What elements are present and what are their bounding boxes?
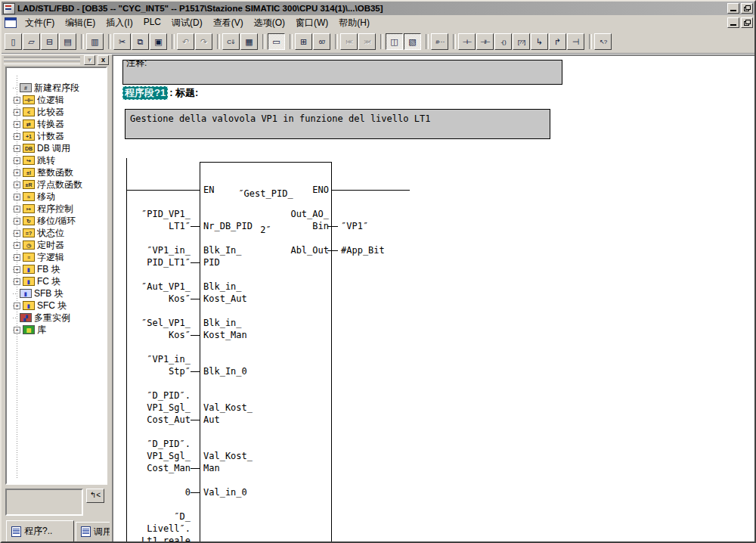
expand-icon[interactable]: + [14, 230, 20, 237]
tab-program-elements[interactable]: 程序?.. [6, 520, 74, 542]
output-operand[interactable]: ″VP1″ [341, 220, 368, 232]
menu-view[interactable]: 查看(V) [208, 15, 249, 31]
menu-options[interactable]: 选项(O) [249, 15, 290, 31]
expand-icon[interactable]: + [14, 109, 20, 116]
input-operand[interactable]: ″VP1_in_PID_LT1″ [147, 244, 191, 268]
close-branch-button[interactable]: ↱ [549, 33, 566, 50]
tree-item-sfb-blocks[interactable]: ▮SFB 块 [7, 287, 106, 299]
overview-toggle-button[interactable]: ◫ [386, 33, 403, 50]
output-param-name[interactable]: Abl_Out [230, 244, 329, 256]
child-window-icon[interactable] [5, 17, 17, 28]
pane-collapse-button[interactable]: ↰< [86, 489, 104, 503]
input-param-name[interactable]: Val_Kost_Man [203, 450, 253, 474]
expand-icon[interactable]: + [14, 303, 20, 309]
tree-item-integer-functions[interactable]: +±I整数函数 [7, 166, 106, 178]
expand-icon[interactable]: + [14, 218, 20, 225]
expand-icon[interactable]: + [14, 97, 20, 104]
expand-icon[interactable]: + [14, 194, 20, 200]
open-button[interactable]: ▱ [23, 33, 40, 50]
input-operand[interactable]: 0 [185, 486, 191, 498]
minimize-button[interactable] [727, 3, 739, 14]
download-button[interactable]: C⇓ [222, 33, 240, 50]
tree-item-sfc-blocks[interactable]: +▮SFC 块 [7, 299, 106, 312]
monitor-blocks-button[interactable]: ▦ [240, 33, 258, 50]
tree-item-comparator[interactable]: +<比较器 [7, 106, 106, 118]
contact-no-button[interactable]: ⊣⊢ [458, 33, 476, 50]
cut-button[interactable]: ✂ [113, 33, 131, 50]
output-operand[interactable]: #App_Bit [341, 244, 385, 256]
tree-item-shift-rotate[interactable]: +↻移位/循环 [7, 215, 106, 227]
input-param-name[interactable]: Blk_in_Kost_Man [203, 317, 247, 341]
tree-item-fb-blocks[interactable]: +▮FB 块 [7, 263, 106, 275]
input-operand[interactable]: ″Sel_VP1_Kos″ [141, 317, 191, 341]
expand-icon[interactable]: + [14, 206, 20, 213]
tree-item-move[interactable]: +≈移动 [7, 191, 106, 203]
coil-button[interactable]: -( ) [494, 33, 512, 50]
tree-item-new-network[interactable]: #新建程序段 [7, 82, 106, 94]
tree-item-float-functions[interactable]: +±R浮点数函数 [7, 178, 106, 191]
palette-close-button[interactable]: x [98, 55, 109, 65]
open-branch-button[interactable]: ↳ [531, 33, 548, 50]
expand-icon[interactable]: + [14, 327, 20, 334]
input-operand[interactable]: ″D_PID″.VP1_Sgl_Cost_Aut [147, 389, 191, 426]
expand-icon[interactable]: + [14, 242, 20, 249]
input-param-name[interactable]: Val_in_0 [203, 486, 247, 498]
expand-icon[interactable]: + [14, 254, 20, 261]
symbol-info-button[interactable]: ⊞ [295, 33, 312, 50]
expand-icon[interactable]: + [14, 121, 20, 128]
menu-plc[interactable]: PLC [138, 15, 166, 31]
copy-button[interactable]: ⧉ [132, 33, 149, 50]
tree-item-jump[interactable]: +↪跳转 [7, 154, 106, 166]
tree-item-libraries[interactable]: +▤库 [7, 324, 106, 336]
branch-end-button[interactable]: ⊣ [567, 33, 584, 50]
expand-icon[interactable]: + [14, 133, 20, 140]
detail-view-button[interactable]: ▧ [404, 33, 421, 50]
ladder-editor[interactable]: 注释: 程序段?1 : 标题: Gestione della valovola … [112, 54, 754, 541]
input-param-name[interactable]: Blk_in_Kost_Aut [203, 281, 247, 305]
tree-item-multi-instance[interactable]: ▞多重实例 [7, 312, 106, 324]
palette-dropdown-button[interactable]: ▾ [84, 55, 95, 65]
tree-item-program-control[interactable]: +↦程序控制 [7, 203, 106, 215]
expand-icon[interactable]: + [14, 169, 20, 176]
tree-item-status-bits[interactable]: +=?状态位 [7, 227, 106, 239]
new-network-button[interactable]: #⋯ [431, 33, 448, 50]
network-comment-box[interactable]: Gestione della valovola VP1 in funzione … [125, 109, 550, 139]
expand-icon[interactable]: + [14, 182, 20, 188]
output-param-name[interactable]: Out_AO_Bin [230, 208, 329, 232]
empty-box-button[interactable]: [??] [513, 33, 530, 50]
input-param-name[interactable]: Val_Kost_Aut [203, 402, 253, 426]
save-network-button[interactable]: ⊟ [41, 33, 58, 50]
input-operand[interactable]: ″Aut_VP1_Kos″ [141, 281, 191, 305]
paste-button[interactable]: ▣ [150, 33, 167, 50]
restore-button[interactable] [741, 3, 753, 14]
tab-call-structure[interactable]: 调用 [76, 522, 110, 541]
expand-icon[interactable]: + [14, 157, 20, 164]
block-comment-box[interactable]: 注释: [122, 60, 562, 85]
menu-file[interactable]: 文件(F) [20, 15, 60, 31]
symbol-monitor-button[interactable]: 60' [313, 33, 330, 50]
expand-icon[interactable]: + [14, 278, 20, 285]
tree-item-counter[interactable]: ++1计数器 [7, 130, 106, 142]
input-operand[interactable]: ″VP1_in_Stp″ [147, 353, 191, 377]
input-operand[interactable]: ″PID_VP1_LT1″ [141, 208, 191, 232]
network-badge[interactable]: 程序段?1 [122, 86, 168, 100]
input-operand[interactable]: ″D_PID″.VP1_Sgl_Cost_Man [147, 438, 191, 474]
child-restore-button[interactable] [741, 17, 753, 28]
tree-item-db-call[interactable]: +DBDB 调用 [7, 142, 106, 154]
tree-item-fc-blocks[interactable]: +▮FC 块 [7, 275, 106, 287]
expand-icon[interactable]: + [14, 266, 20, 273]
comment-toggle-button[interactable]: ▭ [268, 33, 285, 50]
tree-item-converter[interactable]: +⇄转换器 [7, 118, 106, 130]
tree-item-word-logic[interactable]: +≡字逻辑 [7, 251, 106, 263]
input-param-name[interactable]: Blk_In_0 [203, 365, 247, 377]
expand-icon[interactable]: + [14, 145, 20, 152]
input-operand[interactable]: ″D_Livell″.Lt1 reale [141, 510, 191, 543]
menu-debug[interactable]: 调试(D) [166, 15, 208, 31]
menu-window[interactable]: 窗口(W) [290, 15, 333, 31]
tree-item-bit-logic[interactable]: +⊣⊢位逻辑 [7, 94, 106, 106]
menu-insert[interactable]: 插入(I) [101, 15, 138, 31]
menu-edit[interactable]: 编辑(E) [60, 15, 101, 31]
child-minimize-button[interactable] [727, 17, 739, 28]
print-button[interactable]: ▥ [86, 33, 104, 50]
contact-nc-button[interactable]: ⊣/⊢ [476, 33, 494, 50]
